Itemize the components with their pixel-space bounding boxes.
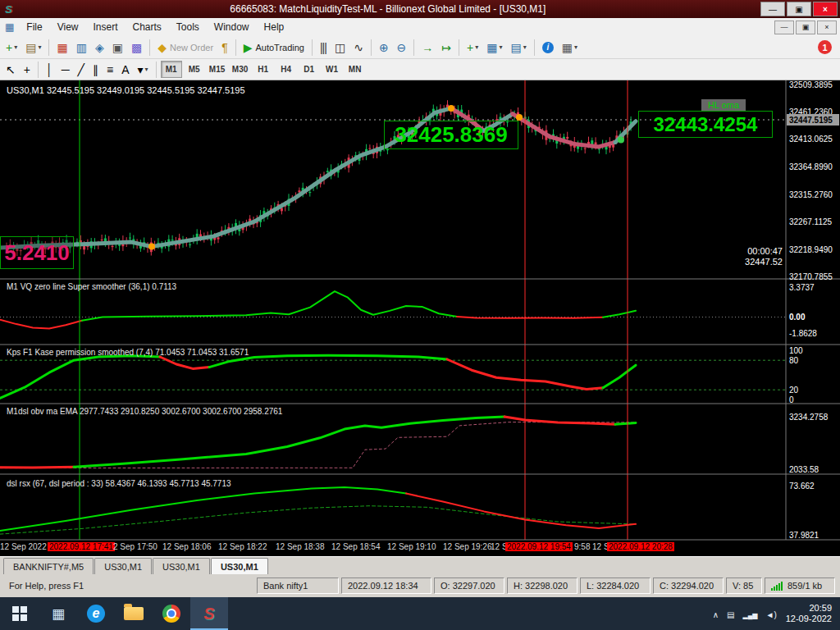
menu-item-window[interactable]: Window bbox=[207, 20, 257, 34]
time-axis-label: 12 Sep 18:54 bbox=[331, 542, 381, 551]
timeframe-m15[interactable]: M15 bbox=[207, 61, 228, 78]
restore-button[interactable]: ▣ bbox=[787, 2, 811, 16]
chart-plus-icon: + bbox=[6, 42, 12, 53]
indicator-label-obv: M1dsl obv ma EMA 2977.7433 2910.8250 300… bbox=[7, 407, 282, 416]
timer-price: 32447.52 bbox=[710, 257, 783, 267]
data-grid-button[interactable]: ▦▾ bbox=[559, 38, 581, 57]
volume-icon[interactable]: ◄) bbox=[765, 610, 776, 619]
edge-button[interactable]: e bbox=[77, 597, 115, 630]
line-chart-icon: ∿ bbox=[354, 42, 363, 53]
indicator-label-kase: Kps F1 Kase permission smoothed (7,4) 71… bbox=[7, 348, 249, 357]
chevron-down-icon[interactable]: ▾ bbox=[475, 43, 478, 51]
chart-bars-button[interactable]: ||| bbox=[317, 38, 330, 57]
strategy-tester-button[interactable]: ▩ bbox=[128, 38, 145, 57]
arrows-button[interactable]: ▾▾ bbox=[135, 60, 152, 80]
time-axis-label: 2 Sep 17:50 bbox=[113, 542, 158, 551]
status-text: L: 32284.020 bbox=[587, 581, 639, 591]
indicators-button[interactable]: +▾ bbox=[463, 38, 482, 57]
toolbar-separator bbox=[312, 39, 313, 56]
timeframe-w1[interactable]: W1 bbox=[322, 61, 343, 78]
zoom-in-button[interactable]: ⊕ bbox=[376, 38, 392, 57]
new-order-icon: ◆ bbox=[158, 42, 167, 53]
metaeditor-icon: ¶ bbox=[221, 42, 228, 53]
status-text: O: 32297.020 bbox=[441, 581, 495, 591]
navigator-button[interactable]: ◈ bbox=[92, 38, 107, 57]
chrome-button[interactable] bbox=[153, 597, 190, 630]
channel-button[interactable]: ∥ bbox=[89, 60, 102, 80]
tab-us30,m1[interactable]: US30,M1 bbox=[94, 558, 152, 574]
candle-timer: 00:00:47 32447.52 bbox=[710, 246, 783, 267]
chevron-down-icon[interactable]: ▾ bbox=[38, 43, 41, 51]
profiles-button[interactable]: ▤▾ bbox=[22, 38, 44, 57]
mdi-restore-button[interactable]: ▣ bbox=[796, 21, 815, 34]
crosshair-button[interactable]: + bbox=[21, 60, 34, 80]
metaeditor-button[interactable]: ¶ bbox=[218, 38, 231, 57]
time-axis-label: 2022.09.12 20:28 bbox=[607, 542, 674, 551]
chart-shift-button[interactable]: ↦ bbox=[438, 38, 454, 57]
time-axis-label: 2022.09.12 17:41 bbox=[48, 542, 115, 551]
horizontal-line-button[interactable]: ─ bbox=[58, 60, 73, 80]
new-order-button[interactable]: ◆New Order bbox=[154, 38, 217, 57]
vertical-line-button[interactable]: │ bbox=[43, 60, 57, 80]
menu-item-charts[interactable]: Charts bbox=[126, 20, 169, 34]
mdi-close-button[interactable]: × bbox=[817, 21, 837, 34]
tab-banknifty#,m5[interactable]: BANKNIFTY#,M5 bbox=[3, 558, 94, 574]
autotrading-button[interactable]: ▶AutoTrading bbox=[240, 38, 308, 57]
chart-shift-icon: ↦ bbox=[441, 42, 451, 53]
menu-item-insert[interactable]: Insert bbox=[85, 20, 125, 34]
title-bar[interactable]: S 66665083: MatchLiquidityTest-ML - Bill… bbox=[0, 0, 840, 18]
chevron-down-icon[interactable]: ▾ bbox=[145, 66, 148, 73]
timeframe-m1[interactable]: M1 bbox=[161, 61, 182, 78]
status-text: For Help, press F1 bbox=[9, 581, 84, 591]
chart-window-icon: ▦ bbox=[5, 21, 14, 33]
auto-scroll-button[interactable]: → bbox=[418, 38, 436, 57]
chevron-down-icon[interactable]: ▾ bbox=[500, 43, 503, 51]
chart-line-button[interactable]: ∿ bbox=[350, 38, 367, 57]
fibonacci-icon: ≡ bbox=[107, 64, 113, 75]
metatrader-button[interactable]: S bbox=[190, 597, 228, 630]
svg-text:32413.0625: 32413.0625 bbox=[789, 135, 833, 144]
chart-area[interactable]: 32509.389532461.236032413.062532364.8990… bbox=[0, 80, 840, 556]
close-button[interactable]: × bbox=[813, 2, 838, 16]
terminal-button[interactable]: ▣ bbox=[109, 38, 126, 57]
periods-button[interactable]: ▦▾ bbox=[483, 38, 505, 57]
timeframe-m30[interactable]: M30 bbox=[230, 61, 251, 78]
file-explorer-button[interactable] bbox=[115, 597, 153, 630]
market-watch-button[interactable]: ▦ bbox=[53, 38, 71, 57]
cursor-button[interactable]: ↖ bbox=[2, 60, 19, 80]
zoom-out-button[interactable]: ⊖ bbox=[394, 38, 410, 57]
help-button[interactable]: i bbox=[539, 38, 557, 57]
chevron-down-icon[interactable]: ▾ bbox=[523, 43, 527, 51]
menu-item-file[interactable]: File bbox=[19, 20, 49, 34]
mdi-minimize-button[interactable]: — bbox=[774, 21, 794, 34]
menu-item-tools[interactable]: Tools bbox=[169, 20, 207, 34]
chart-candles-button[interactable]: ◫ bbox=[331, 38, 349, 57]
taskbar-clock[interactable]: 20:59 12-09-2022 bbox=[786, 603, 832, 624]
templates-button[interactable]: ▤▾ bbox=[508, 38, 530, 57]
time-axis-label: 12 Sep 18:06 bbox=[162, 542, 212, 551]
timeframe-m5[interactable]: M5 bbox=[184, 61, 205, 78]
menu-item-view[interactable]: View bbox=[50, 20, 86, 34]
text-button[interactable]: A bbox=[118, 60, 132, 80]
svg-text:2033.58: 2033.58 bbox=[789, 465, 819, 474]
minimize-button[interactable]: — bbox=[760, 2, 785, 16]
tray-expand-icon[interactable]: ∧ bbox=[713, 610, 719, 619]
timeframe-d1[interactable]: D1 bbox=[299, 61, 320, 78]
fibonacci-button[interactable]: ≡ bbox=[103, 60, 116, 80]
menu-item-help[interactable]: Help bbox=[257, 20, 292, 34]
new-chart-button[interactable]: +▾ bbox=[2, 38, 21, 57]
timeframe-h1[interactable]: H1 bbox=[253, 61, 274, 78]
tab-us30,m1[interactable]: US30,M1 bbox=[153, 558, 210, 574]
timeframe-h4[interactable]: H4 bbox=[276, 61, 297, 78]
task-view-button[interactable]: ▦ bbox=[39, 597, 77, 630]
chevron-down-icon[interactable]: ▾ bbox=[14, 43, 17, 51]
tab-us30,m1[interactable]: US30,M1 bbox=[211, 558, 268, 574]
trendline-button[interactable]: ╱ bbox=[75, 60, 88, 80]
chevron-down-icon[interactable]: ▾ bbox=[574, 43, 578, 51]
network-icon[interactable]: ▂▄▆ bbox=[743, 612, 758, 619]
touch-keyboard-icon[interactable]: ▤ bbox=[727, 610, 734, 619]
data-window-button[interactable]: ▥ bbox=[73, 38, 90, 57]
start-button[interactable] bbox=[0, 597, 39, 630]
notification-badge[interactable]: 1 bbox=[818, 40, 832, 54]
timeframe-mn[interactable]: MN bbox=[345, 61, 366, 78]
